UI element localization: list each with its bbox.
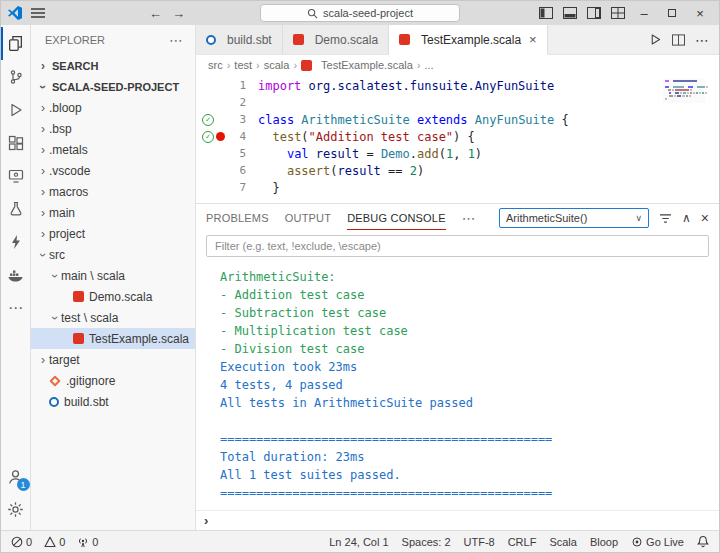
breakpoint-icon[interactable] [216,132,225,141]
remote-explorer-icon [8,168,24,184]
split-editor-icon[interactable] [672,34,685,46]
tree-item[interactable]: TestExample.scala [31,328,195,349]
code-line: 6 assert(result == 2) [196,162,719,179]
activity-source-control[interactable] [1,60,31,93]
tab-demo-scala[interactable]: Demo.scala [283,25,389,54]
tree-item[interactable]: ›project [31,223,195,244]
tree-item[interactable]: ›.bsp [31,118,195,139]
activity-run-debug[interactable] [1,93,31,126]
test-pass-icon[interactable]: ✓ [202,131,214,143]
chevron-right-icon: › [37,101,49,115]
breadcrumb-item[interactable]: scala [264,59,290,71]
tree-item[interactable]: ›.bloop [31,97,195,118]
gutter[interactable]: ✓3 [196,113,258,126]
tree-item[interactable]: ›macros [31,181,195,202]
filter-icon[interactable] [659,213,672,224]
toggle-secondary-sidebar-icon[interactable] [583,3,605,23]
run-file-button[interactable] [649,33,662,46]
code-line-content: } [258,181,280,195]
back-button[interactable]: ← [149,6,162,21]
tab-build-sbt[interactable]: build.sbt [196,25,283,54]
broadcast-icon [631,536,643,548]
toggle-panel-icon[interactable] [559,3,581,23]
activity-testing[interactable] [1,192,31,225]
code-editor[interactable]: 1import org.scalatest.funsuite.AnyFunSui… [196,75,719,203]
bloop-status[interactable]: Bloop [590,536,618,548]
chevron-right-icon: › [37,185,49,199]
minimap[interactable] [663,78,705,103]
gutter[interactable]: 1 [196,79,258,92]
go-live-status[interactable]: Go Live [631,536,684,548]
maximize-panel-icon[interactable]: ∧ [682,211,691,225]
tab-testexample-scala[interactable]: TestExample.scala × [389,25,548,55]
ports-status[interactable]: 0 [77,536,98,548]
indentation-status[interactable]: Spaces: 2 [402,536,451,548]
tree-item[interactable]: ›main \ scala [31,265,195,286]
maximize-button[interactable] [659,2,685,24]
activity-explorer[interactable] [1,27,31,60]
console-prompt-icon[interactable]: › [204,513,208,528]
activity-extensions[interactable] [1,126,31,159]
maximize-icon [668,9,676,17]
tree-item[interactable]: build.sbt [31,391,195,412]
encoding-status[interactable]: UTF-8 [464,536,495,548]
gutter[interactable]: ✓4 [196,130,258,143]
command-center-search[interactable]: scala-seed-project [260,4,460,22]
customize-layout-icon[interactable] [607,3,629,23]
tree-item[interactable]: .gitignore [31,370,195,391]
forward-button[interactable]: → [172,6,185,21]
project-section[interactable]: › SCALA-SEED-PROJECT [31,76,195,97]
eol-status[interactable]: CRLF [508,536,537,548]
activity-metals[interactable] [1,225,31,258]
code-line-content: class ArithmeticSuite extends AnyFunSuit… [258,113,569,127]
debug-console-output[interactable]: ArithmeticSuite:- Addition test case- Su… [196,262,719,510]
gutter[interactable]: 2 [196,96,258,109]
toggle-sidebar-icon[interactable] [535,3,557,23]
language-status[interactable]: Scala [549,536,577,548]
explorer-more-actions-icon[interactable]: ⋯ [169,32,183,48]
breadcrumb-item[interactable]: ... [425,59,434,71]
minimize-button[interactable]: – [631,2,657,24]
cursor-position-status[interactable]: Ln 24, Col 1 [329,536,388,548]
notifications-button[interactable] [697,535,709,548]
activity-docker[interactable] [1,258,31,291]
close-window-button[interactable]: × [687,2,713,24]
chevron-down-icon: › [48,312,62,324]
panel-more-actions-icon[interactable]: ⋯ [462,210,476,226]
warnings-status[interactable]: 0 [44,536,65,548]
gutter[interactable]: 5 [196,147,258,160]
activity-remote-explorer[interactable] [1,159,31,192]
breadcrumb-label: scala [264,59,290,71]
tree-item[interactable]: ›test \ scala [31,307,195,328]
test-pass-icon[interactable]: ✓ [202,114,214,126]
breadcrumb-item[interactable]: test [234,59,252,71]
gutter[interactable]: 7 [196,181,258,194]
activity-more[interactable]: ⋯ [1,291,31,324]
debug-session-dropdown[interactable]: ArithmeticSuite() ∨ [499,208,649,228]
account-button[interactable]: 1 [1,460,31,493]
settings-button[interactable] [1,493,31,526]
search-section[interactable]: › SEARCH [31,55,195,76]
breadcrumb-item[interactable]: TestExample.scala [301,59,413,71]
tab-problems[interactable]: PROBLEMS [206,206,269,230]
scala-file-icon [73,291,84,302]
editor-more-actions-icon[interactable]: ⋯ [695,32,709,48]
breadcrumb-item[interactable]: src [208,59,223,71]
tree-item[interactable]: ›.vscode [31,160,195,181]
chevron-down-icon: › [36,249,50,261]
close-tab-icon[interactable]: × [529,32,537,47]
tree-item[interactable]: ›main [31,202,195,223]
menu-icon[interactable] [31,7,45,19]
tree-item[interactable]: Demo.scala [31,286,195,307]
close-panel-icon[interactable]: × [701,210,709,226]
errors-status[interactable]: 0 [11,536,32,548]
breadcrumb-label: ... [425,59,434,71]
tree-item[interactable]: ›.metals [31,139,195,160]
tree-item[interactable]: ›target [31,349,195,370]
gutter[interactable]: 6 [196,164,258,177]
tab-debug-console[interactable]: DEBUG CONSOLE [347,206,446,230]
tree-item[interactable]: ›src [31,244,195,265]
tab-output[interactable]: OUTPUT [285,206,331,230]
files-icon [7,35,24,52]
console-filter-input[interactable] [206,235,709,257]
